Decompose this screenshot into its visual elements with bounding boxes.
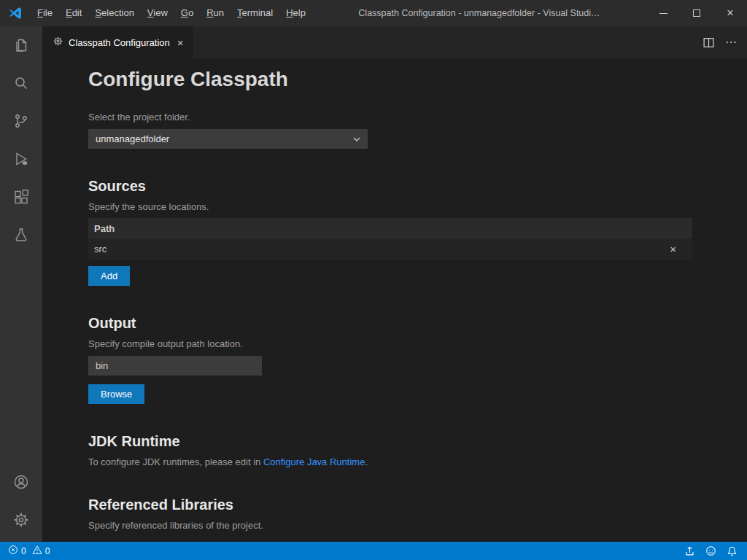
window-title: Classpath Configuration - unmanagedfolde…	[312, 8, 646, 18]
path-column-header: Path	[94, 223, 115, 234]
tab-classpath-configuration[interactable]: Classpath Configuration ×	[42, 26, 194, 58]
testing-icon[interactable]	[0, 216, 42, 254]
vscode-logo-icon	[0, 6, 31, 20]
project-folder-select[interactable]: unmanagedfolder	[88, 129, 368, 149]
vscode-window: File Edit Selection View Go Run Terminal…	[0, 0, 747, 560]
tab-label: Classpath Configuration	[69, 37, 170, 48]
sources-heading: Sources	[88, 178, 747, 195]
menu-selection[interactable]: Selection	[88, 0, 140, 26]
tab-bar: Classpath Configuration × ⋯	[42, 26, 747, 58]
status-bar: 0 0	[0, 542, 747, 560]
project-folder-label: Select the project folder.	[88, 112, 747, 122]
output-path-input[interactable]	[88, 356, 262, 376]
jdk-text-after: .	[365, 456, 368, 467]
sources-table-header: Path	[88, 218, 692, 238]
maximize-icon	[693, 9, 700, 17]
activity-bar	[0, 26, 42, 542]
output-description: Specify compile output path location.	[88, 338, 747, 349]
sources-description: Specify the source locations.	[88, 201, 747, 212]
menu-terminal[interactable]: Terminal	[231, 0, 279, 26]
page-title: Configure Classpath	[88, 68, 747, 91]
menu-go[interactable]: Go	[174, 0, 200, 26]
configure-java-runtime-link[interactable]: Configure Java Runtime	[263, 456, 365, 467]
accounts-icon[interactable]	[0, 463, 42, 501]
minimize-icon	[659, 13, 667, 14]
run-and-debug-icon[interactable]	[0, 140, 42, 178]
source-row[interactable]: src ×	[88, 238, 692, 260]
notifications-bell-icon[interactable]	[721, 542, 743, 560]
menu-run[interactable]: Run	[200, 0, 231, 26]
activity-bar-spacer	[0, 254, 42, 463]
minimize-button[interactable]	[646, 0, 680, 26]
settings-gear-icon[interactable]	[0, 501, 42, 539]
editor-actions: ⋯	[703, 26, 747, 58]
close-window-button[interactable]: ×	[713, 0, 747, 26]
menu-file[interactable]: File	[31, 0, 59, 26]
referenced-libraries-heading: Referenced Libraries	[88, 497, 747, 513]
tab-close-icon[interactable]: ×	[175, 36, 186, 49]
menu-help[interactable]: Help	[279, 0, 312, 26]
browse-output-button[interactable]: Browse	[88, 384, 144, 404]
classpath-configuration-page: Configure Classpath Select the project f…	[42, 58, 747, 542]
window-controls: ×	[646, 0, 747, 26]
jdk-text-before: To configure JDK runtimes, please edit i…	[88, 456, 263, 467]
share-icon[interactable]	[679, 542, 700, 560]
source-control-icon[interactable]	[0, 102, 42, 140]
errors-icon	[8, 545, 18, 557]
title-bar: File Edit Selection View Go Run Terminal…	[0, 0, 747, 26]
remove-source-icon[interactable]: ×	[670, 243, 676, 255]
errors-count: 0	[21, 546, 26, 556]
classpath-config-icon	[53, 36, 63, 49]
warnings-icon	[32, 545, 42, 557]
add-source-button[interactable]: Add	[88, 266, 130, 286]
more-actions-icon[interactable]: ⋯	[725, 36, 737, 48]
problems-indicator[interactable]: 0 0	[4, 542, 53, 560]
jdk-runtime-text: To configure JDK runtimes, please edit i…	[88, 456, 747, 467]
project-folder-value: unmanagedfolder	[96, 133, 169, 144]
split-editor-icon[interactable]	[703, 36, 715, 49]
maximize-button[interactable]	[680, 0, 713, 26]
menu-bar: File Edit Selection View Go Run Terminal…	[31, 0, 312, 26]
menu-edit[interactable]: Edit	[59, 0, 88, 26]
warnings-count: 0	[45, 546, 50, 556]
sources-table: Path src ×	[88, 218, 692, 260]
extensions-icon[interactable]	[0, 178, 42, 216]
jdk-runtime-heading: JDK Runtime	[88, 433, 747, 450]
explorer-icon[interactable]	[0, 26, 42, 64]
search-icon[interactable]	[0, 64, 42, 102]
output-heading: Output	[88, 315, 747, 332]
chevron-down-icon	[353, 133, 360, 144]
feedback-icon[interactable]	[700, 542, 721, 560]
menu-view[interactable]: View	[141, 0, 174, 26]
referenced-libraries-description: Specify referenced libraries of the proj…	[88, 520, 747, 531]
source-path-value: src	[94, 244, 107, 254]
